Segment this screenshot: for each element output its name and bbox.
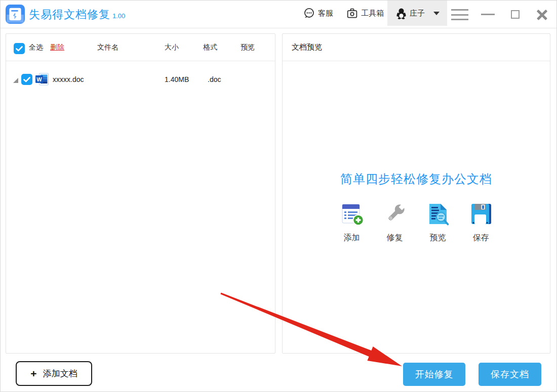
add-document-icon [340,202,364,226]
file-checkbox[interactable] [21,74,32,85]
qq-penguin-icon [395,7,407,20]
onboarding-headline: 简单四步轻松修复办公文档 [283,171,550,187]
column-header-preview: 预览 [241,43,255,52]
add-document-label: 添加文档 [43,368,77,379]
file-row[interactable]: W xxxxx.doc 1.40MB .doc [6,69,275,91]
title-bar: 失易得文档修复 1.00 客服 工具箱 [1,1,556,28]
file-name: xxxxx.doc [53,75,84,83]
customer-service-button[interactable]: 客服 [303,1,333,26]
chat-bubble-icon [303,7,315,20]
steps-row: 添加 修复 [340,202,493,243]
hamburger-menu-button[interactable] [451,9,468,20]
username-label: 庄子 [410,9,425,18]
step-repair: 修复 [383,202,407,243]
brand: 失易得文档修复 1.00 [6,5,125,24]
svg-text:W: W [36,76,42,82]
word-file-icon: W [35,73,49,86]
tree-expander-icon[interactable] [13,78,18,83]
step-preview: 预览 [426,202,450,243]
chevron-down-icon [433,12,440,15]
preview-panel-title: 文档预览 [292,42,322,52]
select-all-checkbox[interactable] [14,43,25,54]
column-header-format: 格式 [203,43,217,52]
app-logo-icon [6,5,25,24]
app-title: 失易得文档修复 [29,6,110,24]
column-header-size: 大小 [165,43,179,52]
document-preview-panel: 文档预览 简单四步轻松修复办公文档 [282,33,550,354]
close-button[interactable] [536,9,547,20]
maximize-button[interactable] [511,10,520,19]
app-window: 失易得文档修复 1.00 客服 工具箱 [0,0,557,392]
step-label-add: 添加 [340,233,364,243]
save-floppy-icon [469,202,493,226]
save-document-button[interactable]: 保存文档 [479,363,541,386]
step-label-save: 保存 [469,233,493,243]
repair-wrench-icon [383,202,407,226]
app-version: 1.00 [112,9,125,24]
preview-document-icon [426,202,450,226]
file-list-panel: 全选 删除 文件名 大小 格式 预览 W xxxxx.doc 1.40MB [6,33,275,354]
start-repair-button[interactable]: 开始修复 [403,363,465,386]
select-all-label[interactable]: 全选 [29,43,43,52]
plus-icon: + [30,368,36,379]
onboarding-block: 简单四步轻松修复办公文档 添加 [283,171,550,243]
step-save: 保存 [469,202,493,243]
column-header-filename: 文件名 [97,43,118,52]
add-document-button[interactable]: + 添加文档 [16,361,92,386]
step-add: 添加 [340,202,364,243]
minimize-button[interactable] [481,14,495,15]
preview-panel-header: 文档预览 [283,34,550,61]
delete-link[interactable]: 删除 [50,43,64,52]
file-list-header: 全选 删除 文件名 大小 格式 预览 [6,34,275,61]
file-size: 1.40MB [165,75,189,83]
toolbox-label: 工具箱 [361,9,384,18]
file-format: .doc [208,75,221,83]
toolbox-button[interactable]: 工具箱 [346,1,384,26]
step-label-repair: 修复 [383,233,407,243]
step-label-preview: 预览 [426,233,450,243]
toolbox-icon [346,7,359,20]
user-account-menu[interactable]: 庄子 [387,1,447,26]
customer-service-label: 客服 [318,9,333,18]
